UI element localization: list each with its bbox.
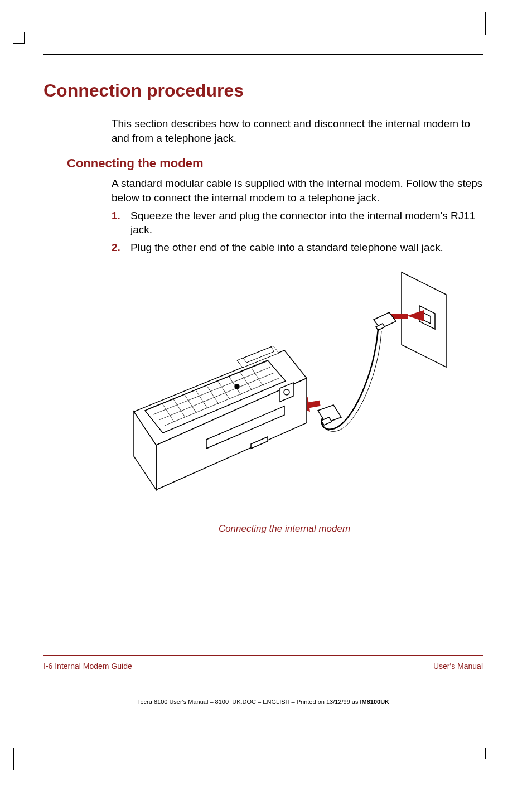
step-number: 1.: [112, 209, 120, 223]
footer-right: User's Manual: [433, 662, 483, 671]
crop-mark-top-right: [485, 12, 486, 35]
crop-mark-bottom-left: [13, 748, 14, 770]
intro-paragraph: This section describes how to connect an…: [112, 117, 483, 145]
page: Connection procedures This section descr…: [0, 0, 532, 786]
imprint-line: Tecra 8100 User's Manual – 8100_UK.DOC –…: [43, 698, 483, 705]
crop-mark-top-left: [13, 32, 25, 44]
step-text: Squeeze the lever and plug the connector…: [130, 210, 475, 236]
figure-caption: Connecting the internal modem: [112, 523, 457, 534]
top-rule: [43, 54, 483, 55]
section-heading: Connection procedures: [43, 80, 483, 101]
step-item: 1. Squeeze the lever and plug the connec…: [112, 209, 483, 237]
crop-mark-bottom-right: [485, 748, 496, 759]
imprint-prefix: Tecra 8100 User's Manual – 8100_UK.DOC –…: [137, 698, 360, 705]
footer-rule: [43, 655, 483, 656]
svg-point-17: [284, 389, 289, 395]
imprint-code: IM8100UK: [360, 698, 389, 705]
step-item: 2. Plug the other end of the cable into …: [112, 240, 483, 255]
step-number: 2.: [112, 240, 120, 255]
body-paragraph: A standard modular cable is supplied wit…: [112, 176, 483, 205]
steps-list: 1. Squeeze the lever and plug the connec…: [112, 209, 483, 255]
subsection-heading: Connecting the modem: [67, 156, 483, 171]
modem-connection-illustration: [112, 267, 457, 512]
content-area: Connection procedures This section descr…: [43, 33, 483, 731]
figure: Connecting the internal modem: [112, 267, 457, 534]
footer-left: I-6 Internal Modem Guide: [43, 662, 132, 671]
step-text: Plug the other end of the cable into a s…: [130, 242, 443, 253]
